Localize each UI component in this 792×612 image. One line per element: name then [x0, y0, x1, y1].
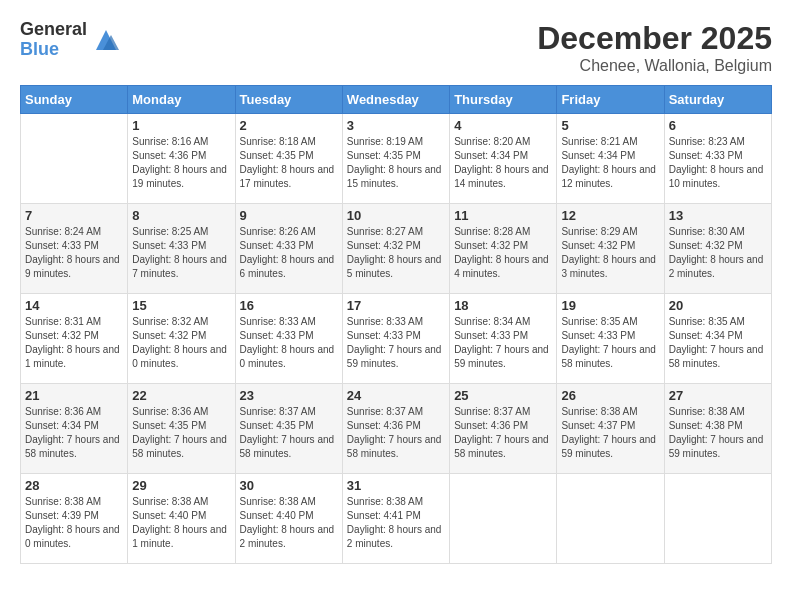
calendar-cell — [557, 474, 664, 564]
calendar-cell: 20Sunrise: 8:35 AMSunset: 4:34 PMDayligh… — [664, 294, 771, 384]
calendar-header-saturday: Saturday — [664, 86, 771, 114]
day-info: Sunrise: 8:25 AMSunset: 4:33 PMDaylight:… — [132, 225, 230, 281]
day-info: Sunrise: 8:31 AMSunset: 4:32 PMDaylight:… — [25, 315, 123, 371]
calendar-cell: 13Sunrise: 8:30 AMSunset: 4:32 PMDayligh… — [664, 204, 771, 294]
day-number: 12 — [561, 208, 659, 223]
calendar-cell: 3Sunrise: 8:19 AMSunset: 4:35 PMDaylight… — [342, 114, 449, 204]
day-info: Sunrise: 8:16 AMSunset: 4:36 PMDaylight:… — [132, 135, 230, 191]
calendar-week-row: 21Sunrise: 8:36 AMSunset: 4:34 PMDayligh… — [21, 384, 772, 474]
logo-blue: Blue — [20, 40, 87, 60]
calendar-cell: 27Sunrise: 8:38 AMSunset: 4:38 PMDayligh… — [664, 384, 771, 474]
logo-icon — [91, 25, 121, 55]
calendar-cell: 31Sunrise: 8:38 AMSunset: 4:41 PMDayligh… — [342, 474, 449, 564]
calendar-cell: 11Sunrise: 8:28 AMSunset: 4:32 PMDayligh… — [450, 204, 557, 294]
day-info: Sunrise: 8:23 AMSunset: 4:33 PMDaylight:… — [669, 135, 767, 191]
day-number: 18 — [454, 298, 552, 313]
day-info: Sunrise: 8:38 AMSunset: 4:39 PMDaylight:… — [25, 495, 123, 551]
logo-text: General Blue — [20, 20, 87, 60]
day-info: Sunrise: 8:26 AMSunset: 4:33 PMDaylight:… — [240, 225, 338, 281]
month-title: December 2025 — [537, 20, 772, 57]
calendar-cell: 4Sunrise: 8:20 AMSunset: 4:34 PMDaylight… — [450, 114, 557, 204]
day-number: 3 — [347, 118, 445, 133]
day-info: Sunrise: 8:21 AMSunset: 4:34 PMDaylight:… — [561, 135, 659, 191]
day-info: Sunrise: 8:33 AMSunset: 4:33 PMDaylight:… — [347, 315, 445, 371]
calendar-table: SundayMondayTuesdayWednesdayThursdayFrid… — [20, 85, 772, 564]
day-number: 8 — [132, 208, 230, 223]
calendar-cell: 7Sunrise: 8:24 AMSunset: 4:33 PMDaylight… — [21, 204, 128, 294]
day-number: 4 — [454, 118, 552, 133]
day-info: Sunrise: 8:38 AMSunset: 4:37 PMDaylight:… — [561, 405, 659, 461]
page-header: General Blue December 2025 Chenee, Wallo… — [20, 20, 772, 75]
calendar-cell: 28Sunrise: 8:38 AMSunset: 4:39 PMDayligh… — [21, 474, 128, 564]
calendar-cell — [21, 114, 128, 204]
calendar-cell: 5Sunrise: 8:21 AMSunset: 4:34 PMDaylight… — [557, 114, 664, 204]
calendar-cell: 24Sunrise: 8:37 AMSunset: 4:36 PMDayligh… — [342, 384, 449, 474]
day-info: Sunrise: 8:19 AMSunset: 4:35 PMDaylight:… — [347, 135, 445, 191]
calendar-cell: 23Sunrise: 8:37 AMSunset: 4:35 PMDayligh… — [235, 384, 342, 474]
calendar-week-row: 1Sunrise: 8:16 AMSunset: 4:36 PMDaylight… — [21, 114, 772, 204]
calendar-header-wednesday: Wednesday — [342, 86, 449, 114]
calendar-cell: 25Sunrise: 8:37 AMSunset: 4:36 PMDayligh… — [450, 384, 557, 474]
calendar-cell: 8Sunrise: 8:25 AMSunset: 4:33 PMDaylight… — [128, 204, 235, 294]
calendar-header-row: SundayMondayTuesdayWednesdayThursdayFrid… — [21, 86, 772, 114]
day-info: Sunrise: 8:37 AMSunset: 4:36 PMDaylight:… — [347, 405, 445, 461]
calendar-cell: 1Sunrise: 8:16 AMSunset: 4:36 PMDaylight… — [128, 114, 235, 204]
day-number: 9 — [240, 208, 338, 223]
calendar-cell — [664, 474, 771, 564]
calendar-header-tuesday: Tuesday — [235, 86, 342, 114]
calendar-header-sunday: Sunday — [21, 86, 128, 114]
calendar-cell: 16Sunrise: 8:33 AMSunset: 4:33 PMDayligh… — [235, 294, 342, 384]
day-number: 23 — [240, 388, 338, 403]
day-info: Sunrise: 8:24 AMSunset: 4:33 PMDaylight:… — [25, 225, 123, 281]
day-info: Sunrise: 8:37 AMSunset: 4:35 PMDaylight:… — [240, 405, 338, 461]
title-block: December 2025 Chenee, Wallonia, Belgium — [537, 20, 772, 75]
day-number: 22 — [132, 388, 230, 403]
calendar-cell: 26Sunrise: 8:38 AMSunset: 4:37 PMDayligh… — [557, 384, 664, 474]
day-info: Sunrise: 8:18 AMSunset: 4:35 PMDaylight:… — [240, 135, 338, 191]
day-number: 14 — [25, 298, 123, 313]
logo: General Blue — [20, 20, 121, 60]
day-number: 28 — [25, 478, 123, 493]
day-number: 7 — [25, 208, 123, 223]
calendar-week-row: 14Sunrise: 8:31 AMSunset: 4:32 PMDayligh… — [21, 294, 772, 384]
calendar-cell: 22Sunrise: 8:36 AMSunset: 4:35 PMDayligh… — [128, 384, 235, 474]
day-info: Sunrise: 8:38 AMSunset: 4:38 PMDaylight:… — [669, 405, 767, 461]
day-info: Sunrise: 8:33 AMSunset: 4:33 PMDaylight:… — [240, 315, 338, 371]
day-number: 29 — [132, 478, 230, 493]
calendar-cell: 19Sunrise: 8:35 AMSunset: 4:33 PMDayligh… — [557, 294, 664, 384]
calendar-cell: 14Sunrise: 8:31 AMSunset: 4:32 PMDayligh… — [21, 294, 128, 384]
day-info: Sunrise: 8:34 AMSunset: 4:33 PMDaylight:… — [454, 315, 552, 371]
calendar-cell: 17Sunrise: 8:33 AMSunset: 4:33 PMDayligh… — [342, 294, 449, 384]
calendar-cell: 10Sunrise: 8:27 AMSunset: 4:32 PMDayligh… — [342, 204, 449, 294]
day-info: Sunrise: 8:20 AMSunset: 4:34 PMDaylight:… — [454, 135, 552, 191]
day-info: Sunrise: 8:27 AMSunset: 4:32 PMDaylight:… — [347, 225, 445, 281]
day-info: Sunrise: 8:36 AMSunset: 4:35 PMDaylight:… — [132, 405, 230, 461]
calendar-header-monday: Monday — [128, 86, 235, 114]
day-number: 27 — [669, 388, 767, 403]
day-number: 19 — [561, 298, 659, 313]
day-info: Sunrise: 8:38 AMSunset: 4:41 PMDaylight:… — [347, 495, 445, 551]
day-number: 21 — [25, 388, 123, 403]
calendar-cell: 30Sunrise: 8:38 AMSunset: 4:40 PMDayligh… — [235, 474, 342, 564]
day-number: 13 — [669, 208, 767, 223]
day-info: Sunrise: 8:36 AMSunset: 4:34 PMDaylight:… — [25, 405, 123, 461]
day-number: 31 — [347, 478, 445, 493]
calendar-cell: 15Sunrise: 8:32 AMSunset: 4:32 PMDayligh… — [128, 294, 235, 384]
day-number: 6 — [669, 118, 767, 133]
day-info: Sunrise: 8:35 AMSunset: 4:33 PMDaylight:… — [561, 315, 659, 371]
day-number: 20 — [669, 298, 767, 313]
day-number: 15 — [132, 298, 230, 313]
calendar-cell — [450, 474, 557, 564]
calendar-cell: 9Sunrise: 8:26 AMSunset: 4:33 PMDaylight… — [235, 204, 342, 294]
day-number: 26 — [561, 388, 659, 403]
day-info: Sunrise: 8:32 AMSunset: 4:32 PMDaylight:… — [132, 315, 230, 371]
day-number: 25 — [454, 388, 552, 403]
day-number: 11 — [454, 208, 552, 223]
logo-general: General — [20, 20, 87, 40]
calendar-week-row: 7Sunrise: 8:24 AMSunset: 4:33 PMDaylight… — [21, 204, 772, 294]
calendar-cell: 21Sunrise: 8:36 AMSunset: 4:34 PMDayligh… — [21, 384, 128, 474]
calendar-cell: 18Sunrise: 8:34 AMSunset: 4:33 PMDayligh… — [450, 294, 557, 384]
location-title: Chenee, Wallonia, Belgium — [537, 57, 772, 75]
calendar-cell: 6Sunrise: 8:23 AMSunset: 4:33 PMDaylight… — [664, 114, 771, 204]
day-number: 30 — [240, 478, 338, 493]
